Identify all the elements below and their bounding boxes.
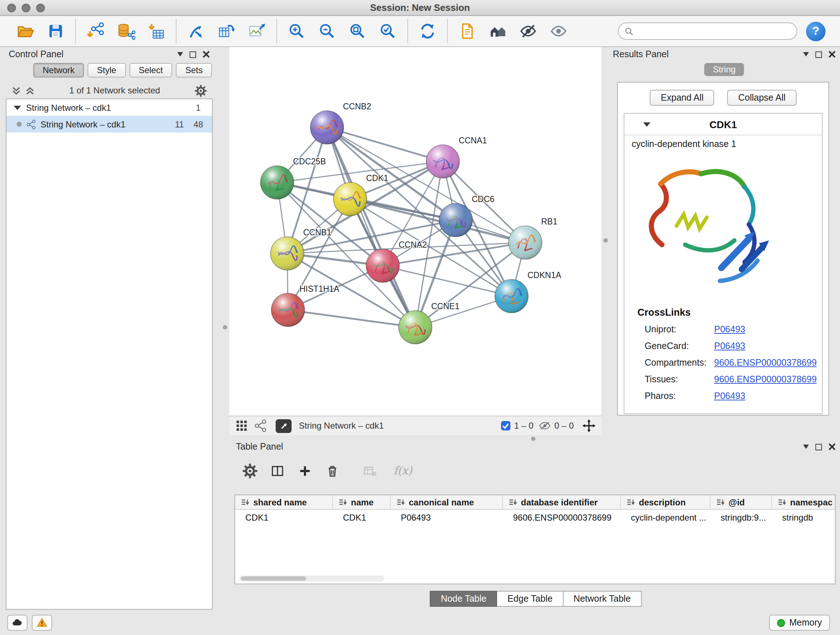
crosslinks-heading: CrossLinks (624, 306, 822, 321)
column-header-canonical-name[interactable]: canonical name (391, 495, 503, 509)
gene-accordion-header[interactable]: CDK1 (624, 114, 822, 135)
crosslink-uniprot-link[interactable]: P06493 (714, 324, 745, 334)
checkbox-icon[interactable] (500, 421, 510, 431)
save-session-button[interactable] (41, 17, 71, 45)
import-network-from-database-button[interactable] (111, 17, 141, 45)
minimize-window-button[interactable] (22, 4, 30, 12)
horizontal-scrollbar[interactable] (240, 576, 384, 581)
network-canvas[interactable]: CCNB2CCNA1CDC25BCDK1CDC6RB1CCNB1CCNA2CDK… (229, 47, 601, 416)
panel-float-icon[interactable] (815, 443, 822, 450)
network-overview-button[interactable] (483, 17, 513, 45)
collapse-all-button[interactable]: Collapse All (728, 90, 797, 106)
node-CCNA1[interactable]: CCNA1 (426, 136, 487, 178)
clone-network-button[interactable] (211, 17, 242, 45)
save-floppy-icon (46, 22, 65, 41)
tab-edge-table[interactable]: Edge Table (497, 591, 564, 607)
close-window-button[interactable] (7, 4, 16, 12)
detach-view-button[interactable] (276, 419, 292, 432)
column-header-description[interactable]: description (621, 495, 711, 509)
tab-sets[interactable]: Sets (176, 63, 212, 78)
zoom-selected-button[interactable] (373, 17, 403, 45)
expand-all-button[interactable]: Expand All (650, 90, 714, 106)
tab-node-table[interactable]: Node Table (430, 591, 497, 607)
panel-close-icon[interactable] (202, 51, 210, 58)
column-header-id[interactable]: @id (711, 495, 772, 509)
disclosure-triangle-icon[interactable] (643, 122, 651, 126)
add-column-button[interactable] (294, 460, 316, 481)
splitter-handle[interactable] (223, 325, 227, 329)
table-panel-header: Table Panel (232, 440, 840, 454)
panel-float-icon[interactable] (815, 51, 822, 57)
maximize-window-button[interactable] (36, 4, 45, 12)
splitter-handle[interactable] (603, 238, 608, 242)
network-tree: String Network – cdk1 1 String Network –… (6, 98, 213, 610)
edge-CCNB2-CCNE1[interactable] (327, 127, 415, 327)
results-tab-string[interactable]: String (704, 63, 745, 76)
search-input[interactable] (638, 26, 791, 36)
column-header-shared-name[interactable]: shared name (235, 495, 333, 509)
scrollbar-thumb[interactable] (241, 576, 306, 581)
crosslink-tissues-link[interactable]: 9606.ENSP00000378699 (714, 374, 817, 384)
show-graphics-details-button[interactable] (543, 17, 574, 45)
node-RB1[interactable]: RB1 (508, 217, 557, 259)
splitter-handle[interactable] (531, 437, 535, 441)
disclosure-triangle-icon[interactable] (14, 105, 21, 110)
network-graph[interactable]: CCNB2CCNA1CDC25BCDK1CDC6RB1CCNB1CCNA2CDK… (229, 47, 601, 416)
crosslinks-list: Uniprot:P06493GeneCard:P06493Compartment… (624, 321, 822, 404)
show-columns-button[interactable] (266, 460, 288, 481)
warnings-button[interactable] (32, 615, 52, 631)
panel-menu-icon[interactable] (177, 52, 183, 57)
zoom-in-button[interactable] (281, 17, 312, 45)
table-row[interactable]: CDK1CDK1P064939606.ENSP00000378699cyclin… (235, 510, 835, 526)
export-image-button[interactable] (242, 17, 272, 45)
crosslink-compartments-link[interactable]: 9606.ENSP00000378699 (714, 357, 817, 367)
annotations-button[interactable] (452, 17, 483, 45)
network-from-selection-button[interactable] (181, 17, 211, 45)
zoom-fit-button[interactable] (342, 17, 373, 45)
crosslink-pharos-link[interactable]: P06493 (714, 391, 745, 401)
column-header-label: description (639, 497, 685, 507)
import-table-from-file-button[interactable] (141, 17, 172, 45)
tab-network[interactable]: Network (33, 63, 84, 78)
panel-close-icon[interactable] (829, 443, 836, 450)
table-cell: CDK1 (333, 513, 391, 523)
open-session-button[interactable] (10, 17, 41, 45)
table-settings-button[interactable] (239, 460, 261, 481)
search-box[interactable] (618, 22, 797, 40)
collapse-all-icon[interactable] (11, 86, 21, 95)
refresh-layout-button[interactable] (412, 17, 443, 45)
pan-crosshair-icon[interactable] (583, 419, 595, 432)
hide-graphics-details-button[interactable] (513, 17, 543, 45)
help-button[interactable]: ? (806, 21, 826, 41)
edge-HIST1H1A-CCNE1[interactable] (288, 310, 415, 327)
node-label-CDK1: CDK1 (366, 173, 388, 183)
column-header-namespac[interactable]: namespac (772, 495, 836, 509)
panel-float-icon[interactable] (189, 51, 196, 57)
help-glyph: ? (812, 25, 819, 38)
zoom-out-button[interactable] (312, 17, 342, 45)
delete-column-button[interactable] (321, 460, 343, 481)
cloud-status-button[interactable] (7, 615, 27, 631)
column-header-name[interactable]: name (333, 495, 391, 509)
network-collection-row[interactable]: String Network – cdk1 1 (6, 99, 212, 116)
column-header-database-identifier[interactable]: database identifier (503, 495, 621, 509)
hidden-eye-icon[interactable] (539, 421, 551, 430)
panel-close-icon[interactable] (829, 51, 836, 58)
gear-icon[interactable] (195, 84, 207, 97)
network-row[interactable]: String Network – cdk1 11 48 (6, 116, 212, 133)
tab-style[interactable]: Style (88, 63, 126, 78)
panel-menu-icon[interactable] (803, 52, 809, 57)
grid-icon[interactable] (235, 419, 248, 432)
memory-button[interactable]: Memory (769, 615, 830, 631)
share-view-icon[interactable] (254, 419, 267, 432)
crosslink-genecard-link[interactable]: P06493 (714, 340, 745, 351)
panel-menu-icon[interactable] (803, 445, 809, 449)
tab-network-table[interactable]: Network Table (563, 591, 641, 607)
import-network-from-file-button[interactable] (80, 17, 111, 45)
tab-select[interactable]: Select (129, 63, 172, 78)
edge-CCNB2-CCNA1[interactable] (327, 127, 443, 162)
node-CDKN1A[interactable]: CDKN1A (495, 271, 561, 313)
expand-all-icon[interactable] (25, 86, 35, 95)
node-HIST1H1A[interactable]: HIST1H1A (271, 284, 340, 326)
node-CDK1[interactable]: CDK1 (333, 173, 388, 216)
